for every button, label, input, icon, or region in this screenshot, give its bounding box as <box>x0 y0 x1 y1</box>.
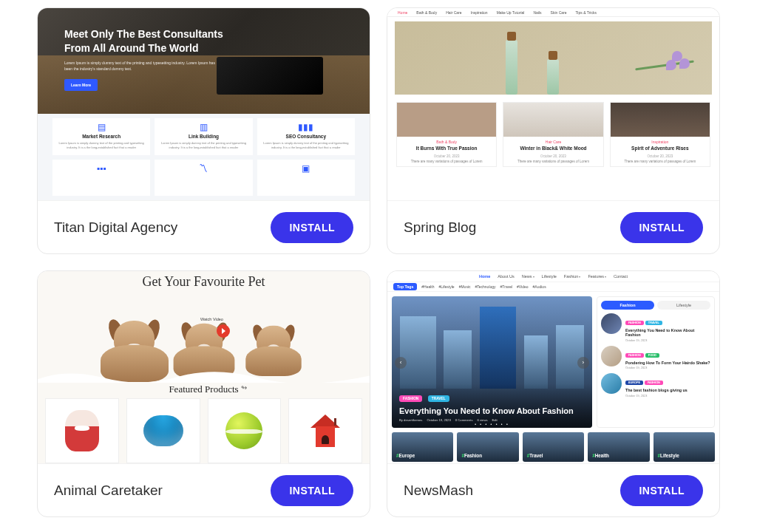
nav-item[interactable]: Home <box>398 10 407 15</box>
feature-title: Market Research <box>55 134 147 139</box>
post-thumb <box>601 313 622 334</box>
feature-title: SEO Consultancy <box>260 134 352 139</box>
card-footer: Titan Digital Agency INSTALL <box>38 200 370 253</box>
tag-link[interactable]: #Video <box>517 284 528 289</box>
dog-image <box>245 321 301 376</box>
feature-card: 〽 <box>155 160 252 197</box>
top-tags-bar: Top Tags #Health #Lifestyle #Music #Tech… <box>387 282 719 292</box>
nav-item[interactable]: Nails <box>533 10 541 15</box>
nav-item[interactable]: Make Up Tutorial <box>497 10 525 15</box>
nav-item[interactable]: Lifestyle <box>542 274 557 279</box>
slider-dots[interactable]: • • • • • • • <box>392 422 592 426</box>
hero-overlay: FASHION TRAVEL Everything You Need to Kn… <box>392 383 592 428</box>
post-card[interactable]: Inspiration Spirit of Adventure Rises Oc… <box>610 102 710 167</box>
theme-name: Animal Caretaker <box>54 482 163 499</box>
install-button[interactable]: INSTALL <box>271 212 353 243</box>
nav-item[interactable]: Hair Care <box>446 10 461 15</box>
post-card[interactable]: Bath & Body It Burns With True Passion O… <box>396 102 497 167</box>
post-date: October 19, 2023 <box>625 339 710 342</box>
preview-hero: Meet Only The Best Consultants From All … <box>38 8 370 114</box>
bottle-prop <box>506 40 517 95</box>
plush-toy-icon <box>65 410 99 451</box>
post-image <box>611 103 710 137</box>
nav-item[interactable]: Inspiration <box>471 10 488 15</box>
post-date: October 19, 2023 <box>625 366 710 369</box>
theme-card-animal: Get Your Favourite Pet Watch Video Featu… <box>37 270 370 517</box>
product-card[interactable] <box>208 398 282 463</box>
post-title: Pondering How To Form Your Hairdo Shake? <box>625 361 710 365</box>
slider-prev-button[interactable]: ‹ <box>395 357 407 369</box>
nav-item[interactable]: Home <box>479 274 490 279</box>
post-date: October 20, 2023 <box>611 154 710 158</box>
cork-prop <box>507 32 516 41</box>
preview-post-grid: Bath & Body It Burns With True Passion O… <box>387 99 719 170</box>
sidebar-tab[interactable]: Fashion <box>601 301 654 310</box>
preview-features-grid: ▤ Market Research Lorem Ipsum is simply … <box>38 114 370 200</box>
post-date: October 19, 2023 <box>625 395 710 398</box>
nav-item[interactable]: Skin Care <box>551 10 567 15</box>
nav-item[interactable]: Tips & Tricks <box>576 10 597 15</box>
theme-card-newsmash: Home About Us News Lifestyle Fashion Fea… <box>387 270 720 517</box>
nav-item[interactable]: Fashion <box>564 274 581 279</box>
theme-name: Spring Blog <box>404 219 476 236</box>
feature-desc: Lorem Ipsum is simply dummy text of the … <box>260 141 352 149</box>
product-grid <box>38 395 370 463</box>
category-card[interactable]: Health <box>588 432 649 462</box>
product-card[interactable] <box>45 398 119 463</box>
slider-next-button[interactable]: › <box>577 357 589 369</box>
hero-title: Everything You Need to Know About Fashio… <box>399 406 585 415</box>
post-title: It Burns With True Passion <box>397 144 496 153</box>
preview-main: ‹ › FASHION TRAVEL Everything You Need t… <box>387 292 719 432</box>
sidebar-post[interactable]: FASHIONFOOD Pondering How To Form Your H… <box>601 346 710 369</box>
category-card[interactable]: Europe <box>392 432 453 462</box>
nav-item[interactable]: Contact <box>614 274 628 279</box>
sidebar-tabs: Fashion Lifestyle <box>601 301 710 310</box>
category-card[interactable]: Lifestyle <box>654 432 715 462</box>
post-excerpt: There are many variations of passages of… <box>611 160 710 163</box>
card-footer: Spring Blog INSTALL <box>387 200 719 253</box>
post-date: October 20, 2023 <box>397 154 496 158</box>
install-button[interactable]: INSTALL <box>620 475 703 506</box>
nav-item[interactable]: News <box>522 274 534 279</box>
post-date: October 20, 2023 <box>503 154 602 158</box>
learn-more-button[interactable]: Learn More <box>64 79 98 91</box>
card-footer: Animal Caretaker INSTALL <box>38 463 370 516</box>
post-card[interactable]: Hair Care Winter in Black& White Mood Oc… <box>503 102 603 167</box>
feature-desc: Lorem Ipsum is simply dummy text of the … <box>157 141 249 149</box>
post-image <box>397 103 496 137</box>
nav-item[interactable]: About Us <box>498 274 515 279</box>
theme-name: Titan Digital Agency <box>54 219 177 236</box>
nav-item[interactable]: Features <box>588 274 606 279</box>
bar-chart-icon: ▮▮▮ <box>260 123 352 132</box>
tag-link[interactable]: #Travel <box>500 284 513 289</box>
hero-dogs: Watch Video <box>38 290 370 382</box>
fish-bowl-icon <box>143 415 183 446</box>
install-button[interactable]: INSTALL <box>271 475 353 506</box>
sidebar-tab[interactable]: Lifestyle <box>657 301 710 310</box>
product-card[interactable] <box>288 398 362 463</box>
hero-slider: ‹ › FASHION TRAVEL Everything You Need t… <box>392 296 592 428</box>
tag-link[interactable]: #Lifestyle <box>439 284 455 289</box>
tag-link[interactable]: #Music <box>459 284 471 289</box>
tag-link[interactable]: #Audios <box>533 284 546 289</box>
feature-card: ▤ Market Research Lorem Ipsum is simply … <box>52 118 150 155</box>
post-title: Everything You Need to Know About Fashio… <box>625 328 710 338</box>
tag-link[interactable]: #Health <box>421 284 434 289</box>
nav-item[interactable]: Bath & Body <box>416 10 437 15</box>
product-card[interactable] <box>126 398 200 463</box>
category-card[interactable]: Travel <box>523 432 584 462</box>
post-thumb <box>601 346 622 366</box>
post-excerpt: There are many variations of passages of… <box>397 160 496 163</box>
install-button[interactable]: INSTALL <box>620 212 703 243</box>
sidebar-post[interactable]: FASHIONTRAVEL Everything You Need to Kno… <box>601 313 710 342</box>
watch-video-label: Watch Video <box>200 317 223 321</box>
tag-link[interactable]: #Technology <box>475 284 496 289</box>
chip[interactable]: FASHION <box>399 395 422 402</box>
theme-thumbnail: Home Bath & Body Hair Care Inspiration M… <box>387 8 719 200</box>
theme-name: NewsMash <box>404 482 473 499</box>
chip[interactable]: TRAVEL <box>428 395 449 402</box>
category-card[interactable]: Fashion <box>457 432 518 462</box>
theme-card-titan: Meet Only The Best Consultants From All … <box>37 7 370 254</box>
sidebar-post[interactable]: EUROPEFASHION The best fashion blogs giv… <box>601 373 710 397</box>
feature-card: ▣ <box>257 160 355 197</box>
